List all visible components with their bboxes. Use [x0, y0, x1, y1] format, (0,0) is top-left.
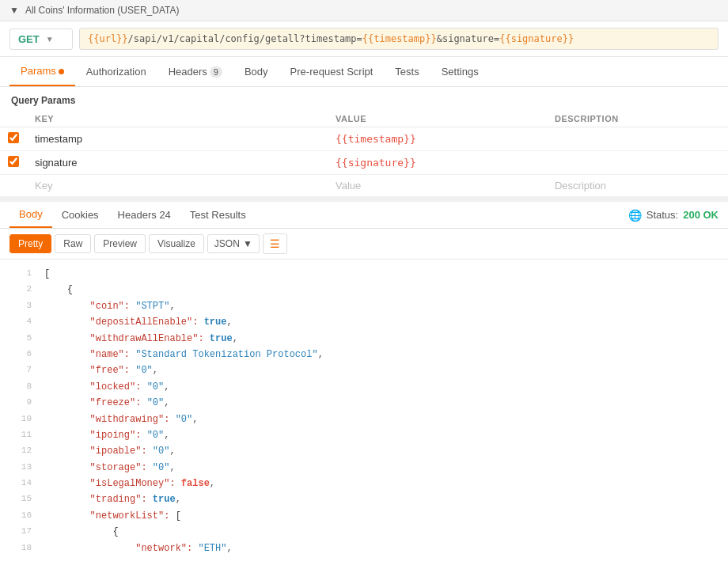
value-timestamp[interactable]: {{timestamp}} — [328, 127, 547, 151]
tab-settings[interactable]: Settings — [430, 58, 490, 85]
url-input[interactable]: {{url}}/sapi/v1/capital/config/getall?ti… — [79, 28, 719, 50]
format-select[interactable]: JSON ▼ — [207, 234, 260, 253]
code-content: "network": "ETH", — [44, 541, 233, 556]
btn-wrap[interactable]: ☰ — [263, 233, 287, 254]
code-content: "isLegalMoney": false, — [44, 476, 215, 491]
code-content: "freeze": "0", — [44, 395, 169, 411]
tab-authorization[interactable]: Authorization — [75, 58, 157, 85]
code-content: "ipoing": "0", — [44, 427, 169, 443]
line-number: 13 — [6, 460, 32, 476]
code-toolbar: Pretty Raw Preview Visualize JSON ▼ ☰ — [0, 229, 728, 260]
line-number: 3 — [6, 298, 32, 314]
table-row: timestamp {{timestamp}} — [0, 127, 728, 151]
tab-pre-request[interactable]: Pre-request Script — [279, 58, 385, 85]
request-bar: GET ▼ {{url}}/sapi/v1/capital/config/get… — [0, 21, 728, 57]
btn-pretty[interactable]: Pretty — [9, 234, 51, 253]
tab-params[interactable]: Params — [9, 57, 75, 86]
code-line: 13 "storage": "0", — [0, 460, 728, 476]
desc-signature — [547, 151, 728, 175]
row-checkbox-timestamp[interactable] — [8, 132, 19, 143]
tab-tests[interactable]: Tests — [384, 58, 430, 85]
code-content: "storage": "0", — [44, 460, 176, 476]
tab-cookies[interactable]: Cookies — [52, 203, 108, 227]
top-bar-title: All Coins' Information (USER_DATA) — [25, 5, 180, 16]
code-content: { — [44, 524, 119, 540]
btn-visualize[interactable]: Visualize — [149, 234, 204, 253]
code-line: 8 "locked": "0", — [0, 379, 728, 395]
query-params-label: Query Params — [0, 87, 728, 111]
status-label: Status: — [646, 209, 678, 221]
code-line: 17 { — [0, 524, 728, 540]
line-number: 5 — [6, 331, 32, 347]
code-line: 11 "ipoing": "0", — [0, 427, 728, 443]
line-number: 2 — [6, 282, 32, 298]
code-line: 2 { — [0, 282, 728, 298]
line-number: 10 — [6, 412, 32, 427]
code-line: 9 "freeze": "0", — [0, 395, 728, 411]
line-number: 9 — [6, 395, 32, 411]
status-area: 🌐 Status: 200 OK — [628, 209, 719, 222]
top-bar: ▼ All Coins' Information (USER_DATA) — [0, 0, 728, 21]
code-content: "networkList": [ — [44, 508, 181, 524]
code-content: "depositAllEnable": true, — [44, 314, 233, 330]
tab-test-results[interactable]: Test Results — [180, 203, 256, 227]
line-number: 8 — [6, 379, 32, 395]
line-number: 18 — [6, 541, 32, 556]
code-line: 12 "ipoable": "0", — [0, 443, 728, 459]
params-table: KEY VALUE DESCRIPTION timestamp {{timest… — [0, 111, 728, 197]
code-content: "ipoable": "0", — [44, 443, 176, 459]
code-line: 6 "name": "Standard Tokenization Protoco… — [0, 347, 728, 362]
desc-timestamp — [547, 127, 728, 151]
code-content: "name": "Standard Tokenization Protocol"… — [44, 347, 324, 362]
desc-empty: Description — [547, 175, 728, 197]
key-empty[interactable]: Key — [27, 175, 328, 197]
line-number: 16 — [6, 508, 32, 524]
col-key: KEY — [27, 111, 328, 127]
code-content: "locked": "0", — [44, 379, 169, 395]
format-label: JSON — [214, 238, 240, 249]
col-checkbox — [0, 111, 27, 127]
tab-headers[interactable]: Headers9 — [157, 58, 233, 85]
col-description: DESCRIPTION — [547, 111, 728, 127]
method-select[interactable]: GET ▼ — [9, 28, 73, 50]
globe-icon: 🌐 — [628, 209, 642, 222]
line-number: 4 — [6, 314, 32, 330]
code-line: 10 "withdrawing": "0", — [0, 412, 728, 427]
code-line: 16 "networkList": [ — [0, 508, 728, 524]
code-line: 14 "isLegalMoney": false, — [0, 476, 728, 491]
line-number: 14 — [6, 476, 32, 491]
value-empty[interactable]: Value — [328, 175, 547, 197]
code-line: 3 "coin": "STPT", — [0, 298, 728, 314]
chevron-down-icon: ▼ — [46, 35, 54, 44]
code-content: "withdrawAllEnable": true, — [44, 331, 238, 347]
url-timestamp-template: {{timestamp}} — [362, 33, 437, 44]
code-line: 18 "network": "ETH", — [0, 541, 728, 556]
url-sig-label: &signature= — [437, 33, 499, 44]
tab-body[interactable]: Body — [233, 58, 279, 85]
line-number: 15 — [6, 491, 32, 507]
tab-response-headers[interactable]: Headers 24 — [108, 203, 180, 227]
line-number: 12 — [6, 443, 32, 459]
btn-raw[interactable]: Raw — [55, 234, 91, 253]
code-content: "trading": true, — [44, 491, 181, 507]
code-line: 15 "trading": true, — [0, 491, 728, 507]
key-timestamp[interactable]: timestamp — [27, 127, 328, 151]
line-number: 11 — [6, 427, 32, 443]
expand-icon: ▼ — [9, 5, 19, 16]
url-path-text: /sapi/v1/capital/config/getall?timestamp… — [128, 33, 362, 44]
line-number: 6 — [6, 347, 32, 362]
code-area: 1[2 {3 "coin": "STPT",4 "depositAllEnabl… — [0, 260, 728, 563]
code-line: 7 "free": "0", — [0, 362, 728, 378]
tab-body-response[interactable]: Body — [9, 202, 52, 228]
chevron-down-icon: ▼ — [243, 238, 252, 249]
row-checkbox-signature[interactable] — [8, 156, 19, 167]
code-content: "withdrawing": "0", — [44, 412, 198, 427]
key-signature[interactable]: signature — [27, 151, 328, 175]
code-content: "coin": "STPT", — [44, 298, 176, 314]
params-dot — [59, 69, 64, 74]
body-tabs-row: Body Cookies Headers 24 Test Results 🌐 S… — [0, 202, 728, 229]
value-signature[interactable]: {{signature}} — [328, 151, 547, 175]
table-row: signature {{signature}} — [0, 151, 728, 175]
btn-preview[interactable]: Preview — [94, 234, 146, 253]
code-line: 4 "depositAllEnable": true, — [0, 314, 728, 330]
